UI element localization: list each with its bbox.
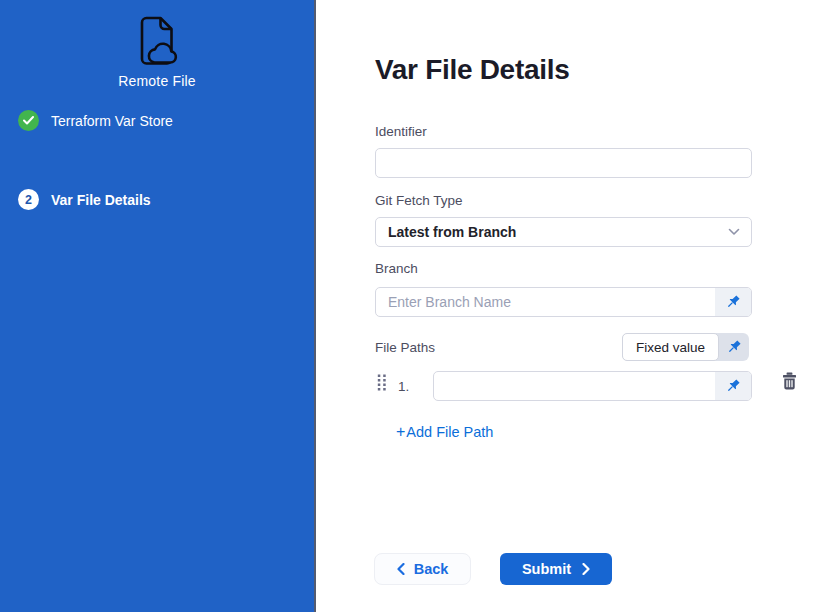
delete-file-path-button[interactable] <box>782 372 797 393</box>
file-path-row-index: 1. <box>398 379 409 394</box>
file-path-input[interactable] <box>434 372 715 400</box>
back-button[interactable]: Back <box>374 553 471 585</box>
chevron-left-icon <box>397 563 405 575</box>
git-fetch-type-select[interactable]: Latest from Branch <box>375 217 752 247</box>
git-fetch-type-label: Git Fetch Type <box>375 193 463 208</box>
step-number-badge: 2 <box>18 189 39 210</box>
branch-label: Branch <box>375 261 418 276</box>
branch-pin-button[interactable] <box>715 288 751 316</box>
file-path-field <box>433 371 752 401</box>
step-label: Var File Details <box>51 192 151 208</box>
file-paths-label: File Paths <box>375 340 435 355</box>
sidebar-step-terraform-var-store[interactable]: Terraform Var Store <box>18 110 173 131</box>
git-fetch-type-value: Latest from Branch <box>388 224 516 240</box>
step-completed-check-icon <box>18 110 39 131</box>
step-label: Terraform Var Store <box>51 113 173 129</box>
identifier-input[interactable] <box>375 148 752 178</box>
submit-button[interactable]: Submit <box>500 553 612 585</box>
input-type-fixed-value-button[interactable]: Fixed value <box>622 333 719 361</box>
drag-handle-icon[interactable] <box>377 374 387 394</box>
add-file-path-label: Add File Path <box>406 424 493 440</box>
var-file-details-wizard: Remote File Terraform Var Store 2 Var Fi… <box>0 0 836 612</box>
trash-icon <box>782 372 797 390</box>
store-type-label: Remote File <box>0 73 314 89</box>
remote-file-cloud-icon <box>130 15 180 71</box>
file-paths-input-type-widget: Fixed value <box>622 333 749 361</box>
file-paths-pin-button[interactable] <box>719 333 749 361</box>
identifier-label: Identifier <box>375 124 427 139</box>
chevron-right-icon <box>582 563 590 575</box>
pin-icon <box>726 339 742 355</box>
submit-button-label: Submit <box>522 561 571 577</box>
chevron-down-icon <box>728 228 740 236</box>
add-file-path-button[interactable]: + Add File Path <box>396 423 493 441</box>
branch-input[interactable] <box>376 288 715 316</box>
back-button-label: Back <box>414 561 449 577</box>
plus-icon: + <box>396 423 405 441</box>
wizard-sidebar: Remote File Terraform Var Store 2 Var Fi… <box>0 0 316 612</box>
page-title: Var File Details <box>375 54 569 86</box>
pin-icon <box>725 378 741 394</box>
sidebar-step-var-file-details[interactable]: 2 Var File Details <box>18 189 151 210</box>
branch-field <box>375 287 752 317</box>
file-path-pin-button[interactable] <box>715 372 751 400</box>
pin-icon <box>725 294 741 310</box>
